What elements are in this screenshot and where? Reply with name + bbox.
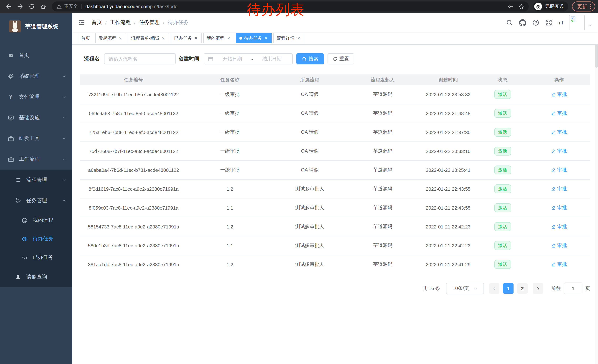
sidebar-item-todo-tasks[interactable]: 待办任务: [0, 230, 72, 248]
cell-task-id: 580e1b3d-7ac8-11ec-a9e2-a2380e71991a: [80, 243, 187, 248]
breadcrumb-task-mgmt[interactable]: 任务管理: [139, 19, 160, 26]
create-time-label: 创建时间: [179, 56, 199, 62]
approve-link[interactable]: 审批: [551, 261, 567, 268]
process-name-input[interactable]: [104, 53, 176, 65]
status-badge: 激活: [494, 241, 511, 250]
approve-link[interactable]: 审批: [551, 148, 567, 154]
range-separator: -: [251, 56, 253, 62]
tab-my-process[interactable]: 我的流程: [203, 33, 234, 43]
sidebar-fold-icon[interactable]: [78, 19, 85, 26]
person-icon: [15, 274, 22, 280]
tab-todo-tasks[interactable]: 待办任务: [236, 33, 272, 43]
tab-process-form-edit[interactable]: 流程表单-编辑: [128, 33, 169, 43]
star-icon[interactable]: [518, 4, 524, 9]
prev-page-button[interactable]: [489, 283, 499, 294]
approve-link[interactable]: 审批: [551, 204, 567, 211]
sidebar-item-workflow[interactable]: 工作流程: [0, 149, 72, 170]
close-icon[interactable]: [226, 36, 231, 40]
status-badge: 激活: [494, 260, 511, 269]
sidebar-item-system[interactable]: 系统管理: [0, 66, 72, 87]
next-page-button[interactable]: [533, 283, 543, 294]
tab-home[interactable]: 首页: [78, 33, 93, 43]
approve-link[interactable]: 审批: [551, 129, 567, 136]
avatar[interactable]: [569, 15, 585, 30]
sidebar-item-devtools[interactable]: 研发工具: [0, 128, 72, 149]
filter-form: 流程名 创建时间 开始日期 - 结束日期 搜索 重: [80, 53, 590, 65]
tags-view: 首页 发起流程 流程表单-编辑 已办任务 我的流程 待办任务 流: [72, 32, 598, 45]
close-icon[interactable]: [296, 36, 301, 40]
yen-icon: ¥: [8, 94, 14, 100]
page-number-1[interactable]: 1: [503, 283, 514, 294]
home-icon[interactable]: [40, 3, 46, 10]
fullscreen-icon[interactable]: [546, 19, 552, 26]
sidebar-item-home[interactable]: 首页: [0, 45, 72, 66]
url-path: /bpm/task/todo: [146, 4, 178, 9]
tree-list-icon: [15, 177, 22, 183]
page-number-2[interactable]: 2: [517, 283, 528, 294]
chevron-up-icon: [62, 198, 66, 203]
forward-icon[interactable]: [17, 3, 23, 10]
approve-link[interactable]: 审批: [551, 186, 567, 192]
app-logo[interactable]: 芋道管理系统: [0, 13, 72, 39]
date-range-picker[interactable]: 开始日期 - 结束日期: [204, 53, 293, 65]
search-icon[interactable]: [506, 19, 513, 26]
table-row: a6aba0a4-7b6d-11ec-b781-acde48001122 一级审…: [80, 161, 590, 180]
close-icon[interactable]: [161, 36, 166, 40]
sidebar: 芋道管理系统 首页 系统管理 ¥ 支付管理: [0, 13, 72, 364]
workflow-submenu: 流程管理 任务管理 我的流程 待办任务: [0, 170, 72, 287]
pagination: 共 16 条 10条/页 1 2 前往 页: [80, 283, 590, 294]
breadcrumb-workflow[interactable]: 工作流程: [110, 19, 131, 26]
sidebar-item-leave-query[interactable]: 请假查询: [0, 267, 72, 287]
approve-link[interactable]: 审批: [551, 223, 567, 230]
edit-pen-icon: [551, 149, 556, 154]
approve-link[interactable]: 审批: [551, 91, 567, 98]
goto-page-input[interactable]: [564, 283, 582, 294]
sidebar-item-infra[interactable]: 基础设施: [0, 107, 72, 128]
approve-link[interactable]: 审批: [551, 167, 567, 173]
reload-icon[interactable]: [29, 3, 35, 10]
tab-done-tasks[interactable]: 已办任务: [171, 33, 201, 43]
status-badge: 激活: [494, 128, 511, 137]
page-size-select[interactable]: 10条/页: [446, 283, 484, 294]
close-icon[interactable]: [194, 36, 198, 40]
status-badge: 激活: [494, 222, 511, 231]
toolbox-icon: [8, 135, 14, 142]
browser-menu-icon[interactable]: [590, 4, 591, 9]
avatar-caret-icon[interactable]: [588, 23, 592, 27]
close-icon[interactable]: [264, 36, 268, 40]
sidebar-item-task-mgmt[interactable]: 任务管理: [0, 190, 72, 211]
reset-button[interactable]: 重置: [328, 53, 354, 65]
sidebar-item-my-process[interactable]: 我的流程: [0, 211, 72, 230]
update-button[interactable]: 更新: [572, 1, 595, 11]
not-secure-icon: [56, 4, 62, 9]
font-size-icon[interactable]: [558, 19, 564, 26]
help-icon[interactable]: [533, 19, 539, 26]
screenshot-root: 不安全 dashboard.yudao.iocoder.cn /bpm/task…: [0, 0, 598, 364]
approve-link[interactable]: 审批: [551, 110, 567, 117]
approve-link[interactable]: 审批: [551, 242, 567, 249]
monitor-icon: [8, 115, 14, 121]
sidebar-item-pay[interactable]: ¥ 支付管理: [0, 87, 72, 107]
tab-start-process[interactable]: 发起流程: [95, 33, 126, 43]
tab-process-detail[interactable]: 流程详情: [274, 33, 304, 43]
sidebar-item-done-tasks[interactable]: 已办任务: [0, 248, 72, 267]
table-header: 任务编号 任务名称 所属流程 流程发起人 创建时间 状态 操作: [80, 74, 590, 85]
breadcrumb: 首页 / 工作流程 / 任务管理 / 待办任务: [91, 19, 188, 26]
active-dot: [239, 37, 242, 40]
github-icon[interactable]: [519, 19, 526, 26]
scrollbar[interactable]: [595, 13, 598, 364]
back-icon[interactable]: [6, 3, 12, 10]
key-icon[interactable]: [508, 4, 514, 9]
url-bar[interactable]: 不安全 dashboard.yudao.iocoder.cn /bpm/task…: [52, 1, 529, 11]
task-table: 任务编号 任务名称 所属流程 流程发起人 创建时间 状态 操作 73211d9d…: [80, 74, 590, 274]
sidebar-item-process-mgmt[interactable]: 流程管理: [0, 170, 72, 190]
cell-task-id: 8f059c03-7ac8-11ec-a9e2-a2380e71991a: [80, 205, 187, 210]
page-content: 流程名 创建时间 开始日期 - 结束日期 搜索 重: [72, 45, 598, 364]
search-button[interactable]: 搜索: [296, 53, 324, 65]
navbar-tools: [500, 15, 592, 30]
close-icon[interactable]: [118, 36, 123, 40]
chevron-left-icon: [492, 286, 497, 291]
table-row: 58154733-7ac8-11ec-a9e2-a2380e71991a 1.2…: [80, 217, 590, 236]
cell-task-id: 725a1eb6-7b88-11ec-8ef0-acde48001122: [80, 129, 187, 135]
breadcrumb-home[interactable]: 首页: [91, 19, 102, 26]
